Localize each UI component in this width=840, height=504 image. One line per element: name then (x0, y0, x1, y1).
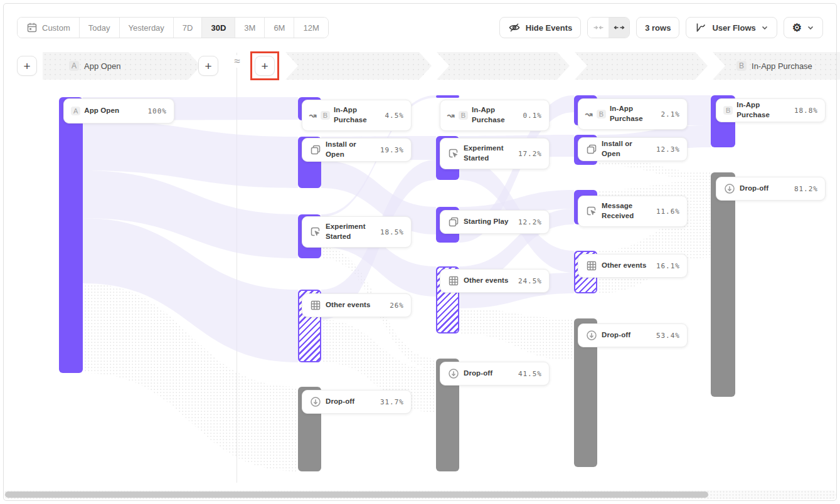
flow-node-percent: 81.2% (794, 185, 818, 193)
chevron-down-icon (761, 24, 768, 31)
date-range-7d[interactable]: 7D (173, 18, 202, 38)
date-range-label: 12M (303, 23, 319, 33)
flow-node-card-in-app-purchase[interactable]: ↝BIn-App Purchase0.1% (440, 100, 550, 131)
copy-icon (447, 216, 460, 228)
width-toggle-group (587, 17, 630, 38)
date-range-today[interactable]: Today (79, 18, 119, 38)
grid-icon (447, 275, 460, 287)
view-selector-label: User Flows (712, 23, 755, 33)
flow-node-percent: 11.6% (656, 207, 680, 216)
flow-node-card-other-events[interactable]: Other events16.1% (578, 254, 688, 278)
settings-button[interactable]: ⚙ (784, 17, 823, 38)
flow-node-percent: 26% (390, 302, 404, 310)
date-range-label: 3M (244, 23, 255, 33)
flow-node-card-in-app-purchase[interactable]: BIn-App Purchase18.8% (716, 98, 826, 122)
hide-events-label: Hide Events (526, 23, 572, 33)
toolbar: CustomTodayYesterday7D30D3M6M12M Hide Ev… (17, 17, 823, 38)
flow-node-card-app-open[interactable]: AApp Open100% (63, 98, 174, 123)
copy-icon (309, 144, 322, 156)
flow-node-percent: 19.3% (380, 146, 404, 154)
view-selector-button[interactable]: User Flows (686, 17, 777, 38)
flow-node-label: Experiment Started (464, 144, 514, 163)
event-badge-b: B (321, 111, 330, 120)
flow-node-percent: 18.5% (380, 228, 404, 236)
date-range-12m[interactable]: 12M (294, 18, 327, 38)
flow-arrow-icon: ↝ (309, 110, 317, 120)
event-badge-b: B (723, 106, 733, 115)
date-range-custom[interactable]: Custom (18, 18, 79, 38)
flow-node-card-other-events[interactable]: Other events26% (302, 293, 412, 317)
step-band-a[interactable]: A App Open (43, 52, 201, 80)
sankey-bar-drop-off[interactable] (711, 172, 735, 397)
date-range-group: CustomTodayYesterday7D30D3M6M12M (17, 17, 329, 38)
flow-node-percent: 17.2% (518, 150, 542, 158)
date-range-label: Custom (42, 23, 70, 33)
flow-node-percent: 100% (148, 107, 167, 115)
date-range-yesterday[interactable]: Yesterday (119, 18, 173, 38)
date-range-30d[interactable]: 30D (201, 18, 235, 38)
flow-node-card-experiment-started[interactable]: Experiment Started17.2% (440, 138, 550, 169)
event-badge-b: B (459, 111, 468, 120)
flow-node-percent: 41.5% (518, 370, 542, 378)
flow-node-card-starting-play[interactable]: Starting Play12.2% (440, 210, 550, 234)
rows-button[interactable]: 3 rows (636, 17, 679, 38)
add-step-after-a-button[interactable]: + (198, 56, 218, 76)
step-badge: B (736, 61, 747, 71)
flow-node-label: In-App Purchase (736, 100, 790, 120)
flow-node-label: App Open (84, 106, 144, 116)
flow-node-card-drop-off[interactable]: Drop-off81.2% (716, 177, 826, 201)
step-band-empty-3 (575, 52, 708, 80)
flow-node-label: Install or Open (602, 139, 652, 159)
hide-events-button[interactable]: Hide Events (499, 17, 581, 38)
horizontal-scrollbar-track[interactable] (4, 490, 836, 499)
click-icon (309, 226, 322, 238)
flow-node-card-install-or-open[interactable]: Install or Open12.3% (578, 137, 688, 161)
line-chart-icon (694, 21, 707, 34)
eye-off-icon (508, 21, 521, 34)
step-badge: A (69, 61, 79, 71)
flow-node-card-install-or-open[interactable]: Install or Open19.3% (302, 138, 412, 162)
flow-node-label: In-App Purchase (334, 105, 381, 125)
collapse-columns-button[interactable] (588, 18, 609, 38)
flow-node-percent: 4.5% (385, 112, 405, 120)
highlight-annotation (250, 51, 279, 80)
flow-node-label: Drop-off (326, 397, 376, 407)
add-step-start-button[interactable]: + (17, 56, 37, 76)
drop-off-icon (309, 396, 322, 408)
flow-node-card-drop-off[interactable]: Drop-off53.4% (578, 323, 688, 347)
calendar-icon (26, 22, 38, 33)
date-range-label: Today (88, 23, 110, 33)
flow-node-percent: 16.1% (656, 262, 680, 270)
flow-node-percent: 53.4% (656, 332, 680, 340)
flow-node-card-experiment-started[interactable]: Experiment Started18.5% (302, 216, 412, 248)
flow-node-label: Other events (326, 300, 386, 310)
flow-node-card-other-events[interactable]: Other events24.5% (440, 269, 550, 293)
flow-node-card-message-received[interactable]: Message Received11.6% (578, 196, 688, 227)
event-badge-b: B (597, 110, 606, 118)
grid-icon (585, 260, 598, 272)
flow-node-label: Experiment Started (326, 222, 376, 241)
date-range-6m[interactable]: 6M (264, 18, 294, 38)
flow-node-card-in-app-purchase[interactable]: ↝BIn-App Purchase4.5% (302, 100, 412, 131)
step-label: In-App Purchase (752, 61, 812, 71)
sankey-bar-app-open[interactable] (59, 97, 83, 373)
flow-node-card-drop-off[interactable]: Drop-off41.5% (440, 362, 550, 386)
step-band-b[interactable]: B In-App Purchase (713, 52, 840, 80)
copy-icon (585, 143, 598, 155)
drop-off-icon (447, 367, 460, 380)
flow-node-label: In-App Purchase (610, 104, 657, 123)
flow-node-card-drop-off[interactable]: Drop-off31.7% (302, 390, 412, 414)
date-range-3m[interactable]: 3M (235, 18, 264, 38)
expand-columns-button[interactable] (609, 18, 629, 38)
flow-arrow-icon: ↝ (585, 109, 593, 119)
flow-arrow-icon: ↝ (447, 110, 455, 120)
flow-node-percent: 12.3% (656, 145, 680, 154)
sankey-bar-in-app-purchase[interactable] (436, 95, 459, 98)
horizontal-scrollbar-thumb[interactable] (5, 491, 708, 498)
flow-node-percent: 12.2% (518, 218, 542, 226)
date-range-label: 7D (183, 23, 193, 33)
flow-node-percent: 18.8% (794, 107, 818, 115)
flow-node-card-in-app-purchase[interactable]: ↝BIn-App Purchase2.1% (578, 98, 688, 130)
click-icon (447, 147, 460, 160)
date-range-label: 6M (274, 23, 285, 33)
